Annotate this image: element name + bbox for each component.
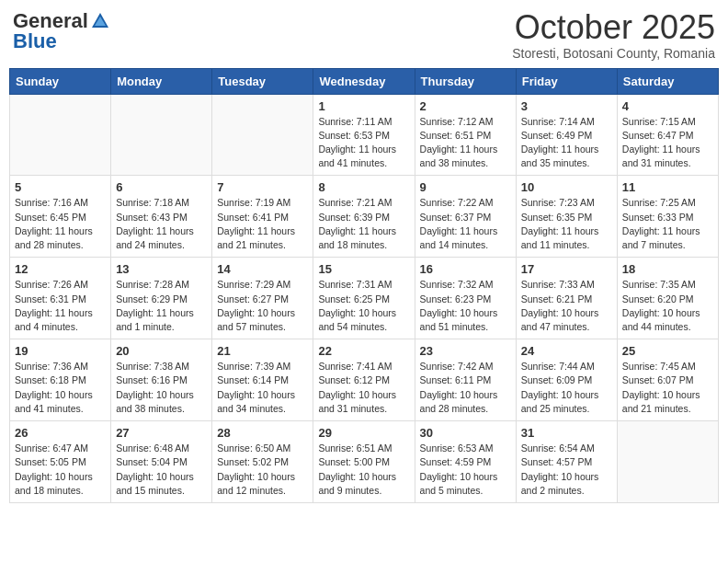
day-info: Sunrise: 7:31 AMSunset: 6:25 PMDaylight:… bbox=[318, 278, 409, 334]
day-number: 1 bbox=[318, 99, 409, 113]
day-info: Sunrise: 7:32 AMSunset: 6:23 PMDaylight:… bbox=[420, 278, 511, 334]
day-info: Sunrise: 7:14 AMSunset: 6:49 PMDaylight:… bbox=[521, 115, 612, 171]
day-number: 23 bbox=[420, 344, 511, 358]
day-number: 20 bbox=[116, 344, 207, 358]
month-title: October 2025 bbox=[512, 9, 715, 46]
calendar-cell: 4Sunrise: 7:15 AMSunset: 6:47 PMDaylight… bbox=[617, 94, 718, 176]
day-info: Sunrise: 6:53 AMSunset: 4:59 PMDaylight:… bbox=[420, 442, 511, 498]
day-info: Sunrise: 6:47 AMSunset: 5:05 PMDaylight:… bbox=[15, 442, 106, 498]
day-info: Sunrise: 6:54 AMSunset: 4:57 PMDaylight:… bbox=[521, 442, 612, 498]
weekday-header-monday: Monday bbox=[111, 68, 212, 94]
day-info: Sunrise: 7:41 AMSunset: 6:12 PMDaylight:… bbox=[318, 360, 409, 416]
calendar-cell: 5Sunrise: 7:16 AMSunset: 6:45 PMDaylight… bbox=[10, 176, 111, 258]
day-info: Sunrise: 7:39 AMSunset: 6:14 PMDaylight:… bbox=[217, 360, 308, 416]
day-number: 7 bbox=[217, 180, 308, 194]
calendar-cell: 2Sunrise: 7:12 AMSunset: 6:51 PMDaylight… bbox=[415, 94, 516, 176]
calendar-cell: 19Sunrise: 7:36 AMSunset: 6:18 PMDayligh… bbox=[10, 339, 111, 421]
day-info: Sunrise: 6:48 AMSunset: 5:04 PMDaylight:… bbox=[116, 442, 207, 498]
calendar-cell: 10Sunrise: 7:23 AMSunset: 6:35 PMDayligh… bbox=[516, 176, 617, 258]
calendar-cell: 11Sunrise: 7:25 AMSunset: 6:33 PMDayligh… bbox=[617, 176, 718, 258]
day-info: Sunrise: 7:23 AMSunset: 6:35 PMDaylight:… bbox=[521, 196, 612, 252]
calendar-body: 1Sunrise: 7:11 AMSunset: 6:53 PMDaylight… bbox=[10, 94, 719, 502]
day-info: Sunrise: 7:42 AMSunset: 6:11 PMDaylight:… bbox=[420, 360, 511, 416]
day-number: 31 bbox=[521, 426, 612, 440]
weekday-header-thursday: Thursday bbox=[415, 68, 516, 94]
calendar-week-5: 26Sunrise: 6:47 AMSunset: 5:05 PMDayligh… bbox=[10, 421, 719, 503]
day-info: Sunrise: 7:12 AMSunset: 6:51 PMDaylight:… bbox=[420, 115, 511, 171]
weekday-header-friday: Friday bbox=[516, 68, 617, 94]
day-number: 19 bbox=[15, 344, 106, 358]
day-number: 8 bbox=[318, 180, 409, 194]
calendar-week-4: 19Sunrise: 7:36 AMSunset: 6:18 PMDayligh… bbox=[10, 339, 719, 421]
calendar-cell: 12Sunrise: 7:26 AMSunset: 6:31 PMDayligh… bbox=[10, 258, 111, 339]
calendar-cell: 28Sunrise: 6:50 AMSunset: 5:02 PMDayligh… bbox=[212, 421, 313, 503]
title-block: October 2025 Storesti, Botosani County, … bbox=[512, 9, 715, 61]
day-number: 6 bbox=[116, 180, 207, 194]
calendar-cell: 20Sunrise: 7:38 AMSunset: 6:16 PMDayligh… bbox=[111, 339, 212, 421]
page-header: General Blue October 2025 Storesti, Boto… bbox=[9, 9, 719, 61]
day-info: Sunrise: 7:16 AMSunset: 6:45 PMDaylight:… bbox=[15, 196, 106, 252]
calendar-cell: 24Sunrise: 7:44 AMSunset: 6:09 PMDayligh… bbox=[516, 339, 617, 421]
day-number: 18 bbox=[622, 262, 713, 276]
calendar-cell bbox=[111, 94, 212, 176]
weekday-header-wednesday: Wednesday bbox=[313, 68, 415, 94]
calendar-cell: 1Sunrise: 7:11 AMSunset: 6:53 PMDaylight… bbox=[313, 94, 415, 176]
day-info: Sunrise: 7:19 AMSunset: 6:41 PMDaylight:… bbox=[217, 196, 308, 252]
day-info: Sunrise: 7:26 AMSunset: 6:31 PMDaylight:… bbox=[15, 278, 106, 334]
calendar-week-1: 1Sunrise: 7:11 AMSunset: 6:53 PMDaylight… bbox=[10, 94, 719, 176]
day-number: 4 bbox=[622, 99, 713, 113]
day-number: 9 bbox=[420, 180, 511, 194]
calendar-cell: 25Sunrise: 7:45 AMSunset: 6:07 PMDayligh… bbox=[617, 339, 718, 421]
logo-blue: Blue bbox=[13, 29, 57, 53]
calendar-cell: 21Sunrise: 7:39 AMSunset: 6:14 PMDayligh… bbox=[212, 339, 313, 421]
day-number: 17 bbox=[521, 262, 612, 276]
day-number: 25 bbox=[622, 344, 713, 358]
calendar-table: SundayMondayTuesdayWednesdayThursdayFrid… bbox=[9, 68, 719, 503]
day-info: Sunrise: 7:35 AMSunset: 6:20 PMDaylight:… bbox=[622, 278, 713, 334]
calendar-cell: 13Sunrise: 7:28 AMSunset: 6:29 PMDayligh… bbox=[111, 258, 212, 339]
day-info: Sunrise: 6:51 AMSunset: 5:00 PMDaylight:… bbox=[318, 442, 409, 498]
day-info: Sunrise: 7:28 AMSunset: 6:29 PMDaylight:… bbox=[116, 278, 207, 334]
calendar-week-2: 5Sunrise: 7:16 AMSunset: 6:45 PMDaylight… bbox=[10, 176, 719, 258]
logo: General Blue bbox=[13, 9, 110, 53]
calendar-cell bbox=[212, 94, 313, 176]
day-number: 12 bbox=[15, 262, 106, 276]
day-number: 14 bbox=[217, 262, 308, 276]
location: Storesti, Botosani County, Romania bbox=[512, 46, 715, 61]
day-info: Sunrise: 7:29 AMSunset: 6:27 PMDaylight:… bbox=[217, 278, 308, 334]
calendar-cell: 16Sunrise: 7:32 AMSunset: 6:23 PMDayligh… bbox=[415, 258, 516, 339]
day-info: Sunrise: 7:25 AMSunset: 6:33 PMDaylight:… bbox=[622, 196, 713, 252]
day-number: 16 bbox=[420, 262, 511, 276]
day-number: 13 bbox=[116, 262, 207, 276]
day-info: Sunrise: 6:50 AMSunset: 5:02 PMDaylight:… bbox=[217, 442, 308, 498]
day-number: 27 bbox=[116, 426, 207, 440]
day-info: Sunrise: 7:15 AMSunset: 6:47 PMDaylight:… bbox=[622, 115, 713, 171]
day-info: Sunrise: 7:38 AMSunset: 6:16 PMDaylight:… bbox=[116, 360, 207, 416]
logo-icon bbox=[90, 11, 110, 31]
calendar-cell: 26Sunrise: 6:47 AMSunset: 5:05 PMDayligh… bbox=[10, 421, 111, 503]
day-number: 3 bbox=[521, 99, 612, 113]
day-number: 28 bbox=[217, 426, 308, 440]
day-number: 10 bbox=[521, 180, 612, 194]
day-info: Sunrise: 7:33 AMSunset: 6:21 PMDaylight:… bbox=[521, 278, 612, 334]
calendar-cell: 22Sunrise: 7:41 AMSunset: 6:12 PMDayligh… bbox=[313, 339, 415, 421]
calendar-week-3: 12Sunrise: 7:26 AMSunset: 6:31 PMDayligh… bbox=[10, 258, 719, 339]
calendar-cell: 9Sunrise: 7:22 AMSunset: 6:37 PMDaylight… bbox=[415, 176, 516, 258]
day-number: 11 bbox=[622, 180, 713, 194]
calendar-cell: 18Sunrise: 7:35 AMSunset: 6:20 PMDayligh… bbox=[617, 258, 718, 339]
day-info: Sunrise: 7:22 AMSunset: 6:37 PMDaylight:… bbox=[420, 196, 511, 252]
calendar-cell: 23Sunrise: 7:42 AMSunset: 6:11 PMDayligh… bbox=[415, 339, 516, 421]
calendar-cell: 7Sunrise: 7:19 AMSunset: 6:41 PMDaylight… bbox=[212, 176, 313, 258]
calendar-cell: 15Sunrise: 7:31 AMSunset: 6:25 PMDayligh… bbox=[313, 258, 415, 339]
day-info: Sunrise: 7:21 AMSunset: 6:39 PMDaylight:… bbox=[318, 196, 409, 252]
day-number: 15 bbox=[318, 262, 409, 276]
calendar-cell: 29Sunrise: 6:51 AMSunset: 5:00 PMDayligh… bbox=[313, 421, 415, 503]
weekday-header-tuesday: Tuesday bbox=[212, 68, 313, 94]
calendar-cell: 17Sunrise: 7:33 AMSunset: 6:21 PMDayligh… bbox=[516, 258, 617, 339]
calendar-cell bbox=[617, 421, 718, 503]
calendar-cell: 14Sunrise: 7:29 AMSunset: 6:27 PMDayligh… bbox=[212, 258, 313, 339]
day-number: 21 bbox=[217, 344, 308, 358]
calendar-cell: 30Sunrise: 6:53 AMSunset: 4:59 PMDayligh… bbox=[415, 421, 516, 503]
day-info: Sunrise: 7:18 AMSunset: 6:43 PMDaylight:… bbox=[116, 196, 207, 252]
day-number: 26 bbox=[15, 426, 106, 440]
